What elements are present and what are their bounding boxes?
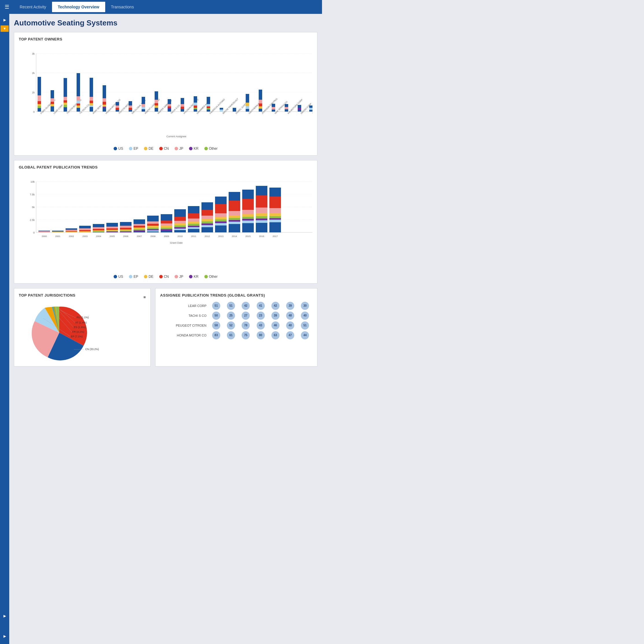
legend-label-de-2: DE — [149, 275, 153, 279]
bar-2001[interactable]: 2001 — [52, 231, 64, 238]
bar-2009[interactable]: 2009 — [161, 214, 172, 238]
bar-2010[interactable]: 2010 — [174, 209, 186, 238]
bar-2002[interactable]: 2002 — [66, 228, 77, 238]
jurisdictions-menu-button[interactable]: ≡ — [143, 295, 146, 299]
bubble-tachi-3: 27 — [238, 311, 253, 321]
y-tick-0-2: 0 — [33, 231, 35, 234]
legend-us-2: US — [114, 275, 123, 279]
bar-2003[interactable]: 2003 — [79, 226, 91, 238]
bubble-honda-2: 61 — [224, 330, 238, 340]
label-tachi: TACHI S CO — [170, 104, 180, 114]
pie-label-ep: EP (7.1%) — [71, 335, 83, 338]
top-patent-legend: US EP DE CN JP KR — [19, 147, 312, 151]
tab-transactions[interactable]: Transactions — [105, 2, 140, 12]
legend-dot-us-1 — [114, 147, 117, 150]
bar-2012[interactable]: 2012 — [201, 202, 213, 238]
bubble-tachi-5: 39 — [268, 311, 283, 321]
top-patent-owners-title: TOP PATENT OWNERS — [19, 37, 312, 41]
tab-technology-overview[interactable]: Technology Overview — [52, 2, 105, 12]
svg-rect-10 — [38, 106, 41, 108]
legend-label-cn-1: CN — [164, 147, 169, 151]
sidebar-arrow-right[interactable]: ▶ — [2, 17, 7, 23]
y-tick-2-5k: 2.5k — [30, 219, 35, 221]
bar-2015[interactable]: 2015 — [242, 190, 254, 238]
svg-rect-191 — [269, 220, 281, 222]
bar-2005[interactable]: 2005 — [106, 223, 118, 238]
bar-ts-tech[interactable]: TS TECH CO — [77, 73, 90, 114]
bubble-lear-6: 39 — [283, 301, 297, 311]
bubble-tachi-7: 40 — [298, 311, 312, 321]
legend-kr-1: KR — [189, 147, 199, 151]
menu-button[interactable]: ☰ — [2, 1, 12, 12]
label-aisin: AISIN SEIKI — [92, 104, 102, 114]
legend-dot-jp-1 — [175, 147, 178, 150]
label-grammer: GRAMMER AG — [196, 102, 208, 114]
bar-tachi[interactable]: TACHI S CO — [168, 99, 180, 114]
legend-us-1: US — [114, 147, 123, 151]
y-tick-10k: 10k — [30, 180, 35, 183]
bar-grammer[interactable]: GRAMMER AG — [194, 96, 208, 114]
pie-label-fr: FR (4.1%) — [72, 330, 84, 333]
bubble-honda-6: 47 — [283, 330, 297, 340]
label-2005: 2005 — [110, 235, 115, 238]
bar-2007[interactable]: 2007 — [134, 219, 145, 238]
label-2002: 2002 — [69, 235, 74, 238]
legend-dot-de-1 — [144, 147, 147, 150]
y-tick-2k: 2k — [32, 72, 35, 75]
bar-johnson[interactable]: JOHNSON CONTROL — [259, 90, 278, 114]
jurisdictions-card: TOP PATENT JURISDICTIONS ≡ — [14, 288, 151, 367]
bar-2016[interactable]: 2016 — [256, 186, 267, 238]
label-lear: LEAR CORP — [53, 104, 64, 114]
legend-dot-ep-2 — [129, 275, 132, 278]
top-patent-owners-svg: No. Granted Patents 3k 2k 1k 0 — [19, 45, 312, 143]
y-tick-3k: 3k — [32, 52, 35, 55]
legend-dot-us-2 — [114, 275, 117, 278]
bubble-honda-4: 80 — [253, 330, 268, 340]
pie-label-at: AT (1.4%) — [75, 321, 87, 324]
bar-aisin[interactable]: AISIN SEIKI — [90, 78, 102, 114]
svg-rect-80 — [309, 108, 312, 110]
legend-label-de-1: DE — [149, 147, 153, 151]
tab-recent-activity[interactable]: Recent Activity — [14, 2, 52, 12]
bar-2006[interactable]: 2006 — [120, 222, 132, 238]
table-row-lear: LEAR CORP 51 51 42 41 42 39 30 — [160, 301, 312, 311]
nav-tab-list: Recent Activity Technology Overview Tran… — [14, 2, 140, 12]
bar-2013[interactable]: 2013 — [215, 197, 227, 238]
bar-2004[interactable]: 2004 — [93, 224, 104, 238]
label-2014: 2014 — [232, 235, 237, 238]
bar-2014[interactable]: 2014 — [229, 192, 240, 238]
bar-be-aerospace[interactable]: BE AEROSPACE IN — [309, 99, 312, 114]
bar-2011[interactable]: 2011 — [188, 206, 199, 238]
bubble-honda-7: 44 — [298, 330, 312, 340]
svg-rect-72 — [259, 106, 262, 109]
legend-other-1: Other — [204, 147, 218, 151]
bar-lear[interactable]: LEAR CORP — [51, 90, 64, 114]
svg-rect-34 — [103, 107, 106, 108]
table-row-tachi: TACHI S CO 50 25 27 23 39 48 40 — [160, 311, 312, 321]
bar-2000[interactable]: 2000 — [38, 231, 50, 238]
svg-rect-156 — [201, 225, 213, 227]
legend-label-other-2: Other — [209, 275, 218, 279]
bar-2017[interactable]: 2017 — [269, 188, 281, 238]
legend-dot-other-2 — [204, 275, 208, 278]
svg-rect-19 — [64, 105, 67, 107]
legend-label-cn-2: CN — [164, 275, 169, 279]
label-2016: 2016 — [259, 235, 264, 238]
pie-label-cn: CN (33.2%) — [85, 348, 99, 351]
label-ts-tech: TS TECH CO — [79, 103, 90, 115]
svg-rect-62 — [207, 108, 210, 110]
legend-label-other-1: Other — [209, 147, 218, 151]
legend-other-2: Other — [204, 275, 218, 279]
jurisdictions-pie-svg: RU (1.1%) AT (1.4%) ES (1.6%) FR (4.1%) … — [19, 304, 100, 362]
bar-2008[interactable]: 2008 — [147, 216, 159, 238]
label-2006: 2006 — [123, 235, 128, 238]
legend-label-us-2: US — [118, 275, 123, 279]
sidebar-arrow-down[interactable]: ▼ — [1, 25, 9, 32]
label-2007: 2007 — [137, 235, 142, 238]
svg-rect-129 — [147, 230, 159, 232]
x-axis-label-2: Grant Date — [170, 241, 183, 244]
global-trends-svg: No. Granted Patents 10k 7.5k 5k 2.5k 0 — [19, 173, 312, 271]
svg-rect-149 — [188, 227, 199, 229]
svg-rect-99 — [79, 231, 91, 232]
svg-rect-116 — [120, 232, 132, 232]
